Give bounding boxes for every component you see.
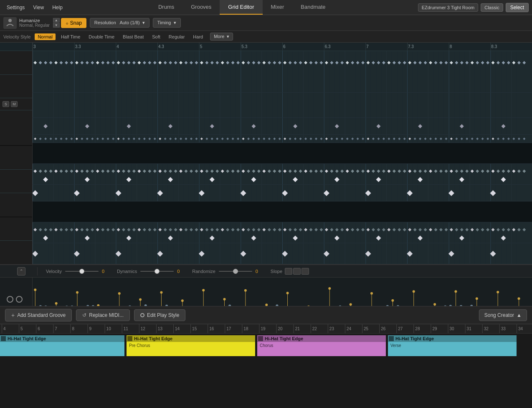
- select-button[interactable]: Select: [506, 3, 529, 12]
- vstyle-halftime[interactable]: Half Time: [58, 33, 83, 40]
- solo-button[interactable]: S: [3, 101, 9, 107]
- track-label-5: [0, 146, 32, 170]
- slope-icons: [285, 268, 309, 275]
- humanize-sub: Normal, Regular: [19, 23, 50, 28]
- timing-label: Timing: [157, 20, 171, 25]
- snap-control: ▲ ▼ ⬦ Snap: [53, 18, 86, 28]
- randomize-value: 0: [256, 269, 262, 274]
- tab-grid-editor[interactable]: Grid Editor: [220, 0, 262, 15]
- track-sm-controls: S M: [0, 98, 32, 110]
- vel-bars-container: [0, 278, 532, 306]
- randomize-knob[interactable]: [233, 269, 238, 274]
- slope-icon-1[interactable]: [285, 268, 292, 275]
- grid-editor-main: S M: [0, 43, 532, 264]
- menu-view[interactable]: View: [30, 3, 47, 12]
- tab-grooves[interactable]: Grooves: [182, 0, 220, 15]
- tab-bar: Drums Grooves Grid Editor Mixer Bandmate: [69, 0, 415, 15]
- slope-icon-2[interactable]: [293, 268, 301, 275]
- menu-bar: Settings View Help: [0, 3, 69, 12]
- track-label-8: [0, 217, 32, 241]
- circle-btn-2[interactable]: [16, 296, 23, 303]
- ruler-left-spacer: [0, 43, 33, 51]
- velocity-controls-row: ⌃ Velocity 0 Dynamics 0 Randomize 0 Slop…: [0, 265, 532, 278]
- tab-mixer[interactable]: Mixer: [263, 0, 293, 15]
- humanize-section: Humanize Normal, Regular: [3, 17, 50, 29]
- velocity-slider[interactable]: [65, 271, 99, 272]
- track-label-2: [0, 75, 32, 99]
- velocity-editor: ⌃ Velocity 0 Dynamics 0 Randomize 0 Slop…: [0, 264, 532, 306]
- more-label: More: [214, 34, 224, 39]
- vstyle-soft[interactable]: Soft: [149, 33, 163, 40]
- grid-tracks: S M: [0, 51, 532, 264]
- velocity-bar: Velocity Style Normal Half Time Double T…: [0, 31, 532, 43]
- edit-icon: [140, 313, 144, 317]
- expand-button[interactable]: ⌃: [17, 267, 25, 275]
- velocity-label: Velocity: [46, 269, 62, 274]
- velocity-style-label: Velocity Style: [3, 34, 30, 39]
- slope-section: Slope: [271, 268, 309, 275]
- bottom-toolbar: + Add Standard Groove ↺ Replace MIDI... …: [0, 306, 532, 324]
- humanize-icon: [3, 17, 17, 29]
- dynamics-label: Dynamics: [117, 269, 137, 274]
- add-groove-label: Add Standard Groove: [17, 312, 66, 318]
- velocity-value: 0: [102, 269, 109, 274]
- randomize-ctrl-group: Randomize 0: [192, 269, 262, 274]
- replace-icon: ↺: [82, 312, 86, 318]
- velocity-ctrl-group: Velocity 0: [46, 269, 109, 274]
- edit-play-style-button[interactable]: Edit Play Style: [134, 309, 185, 321]
- dynamics-slider[interactable]: [140, 271, 174, 272]
- dynamics-value: 0: [177, 269, 184, 274]
- edit-play-style-label: Edit Play Style: [147, 312, 179, 318]
- vstyle-regular[interactable]: Regular: [166, 33, 188, 40]
- arrow-down[interactable]: ▼: [53, 23, 60, 28]
- menu-help[interactable]: Help: [49, 3, 66, 12]
- vstyle-normal[interactable]: Normal: [35, 33, 55, 40]
- preset-selector[interactable]: EZdrummer 3 Tight Room: [418, 3, 479, 12]
- plus-icon: +: [11, 312, 15, 319]
- more-button[interactable]: More ▾: [210, 33, 233, 41]
- track-labels: S M: [0, 51, 33, 264]
- track-label-4: [0, 110, 32, 146]
- arrow-up[interactable]: ▲: [53, 18, 60, 23]
- song-creator-button[interactable]: Song Creator ▲: [479, 309, 527, 321]
- randomize-slider[interactable]: [219, 271, 252, 272]
- vel-circles: [0, 278, 33, 306]
- dynamics-ctrl-group: Dynamics 0: [117, 269, 184, 274]
- classic-button[interactable]: Classic: [481, 3, 503, 12]
- replace-midi-button[interactable]: ↺ Replace MIDI...: [76, 309, 130, 321]
- mute-button[interactable]: M: [11, 101, 18, 107]
- ruler-main: [33, 43, 532, 51]
- snap-button[interactable]: ⬦ Snap: [61, 18, 86, 28]
- vstyle-blastbeat[interactable]: Blast Beat: [120, 33, 147, 40]
- circle-btn-1[interactable]: [7, 296, 13, 303]
- song-creator-label: Song Creator: [484, 312, 514, 318]
- vstyle-hard[interactable]: Hard: [190, 33, 206, 40]
- randomize-label: Randomize: [192, 269, 215, 274]
- timeline-ruler: [0, 324, 532, 334]
- velocity-knob[interactable]: [79, 269, 84, 274]
- grid-content[interactable]: [33, 51, 532, 264]
- timeline-section: [0, 324, 532, 357]
- tab-bandmate[interactable]: Bandmate: [292, 0, 334, 15]
- track-label-7: [0, 193, 32, 217]
- add-groove-button[interactable]: + Add Standard Groove: [5, 309, 72, 321]
- vstyle-doubletime[interactable]: Double Time: [86, 33, 117, 40]
- timing-button[interactable]: Timing ▾: [153, 18, 181, 28]
- replace-midi-label: Replace MIDI...: [89, 312, 124, 318]
- slope-icon-3[interactable]: [301, 268, 309, 275]
- grid-ruler-row: [0, 43, 532, 51]
- velocity-bars-area[interactable]: [0, 278, 532, 306]
- track-label-1: [0, 51, 32, 75]
- resolution-button[interactable]: Resolution Auto (1/8) ▾: [90, 18, 149, 28]
- slope-label: Slope: [271, 269, 282, 274]
- circles-row: [3, 294, 26, 304]
- humanize-info: Humanize Normal, Regular: [19, 18, 50, 28]
- tab-drums[interactable]: Drums: [150, 0, 182, 15]
- menu-settings[interactable]: Settings: [3, 3, 28, 12]
- vel-bars-main: [33, 278, 532, 306]
- timeline-tracks[interactable]: [0, 334, 532, 358]
- right-controls: EZdrummer 3 Tight Room Classic Select: [415, 3, 532, 12]
- svg-point-0: [8, 19, 12, 22]
- dynamics-knob[interactable]: [155, 269, 160, 274]
- snap-icon: ⬦: [66, 20, 68, 26]
